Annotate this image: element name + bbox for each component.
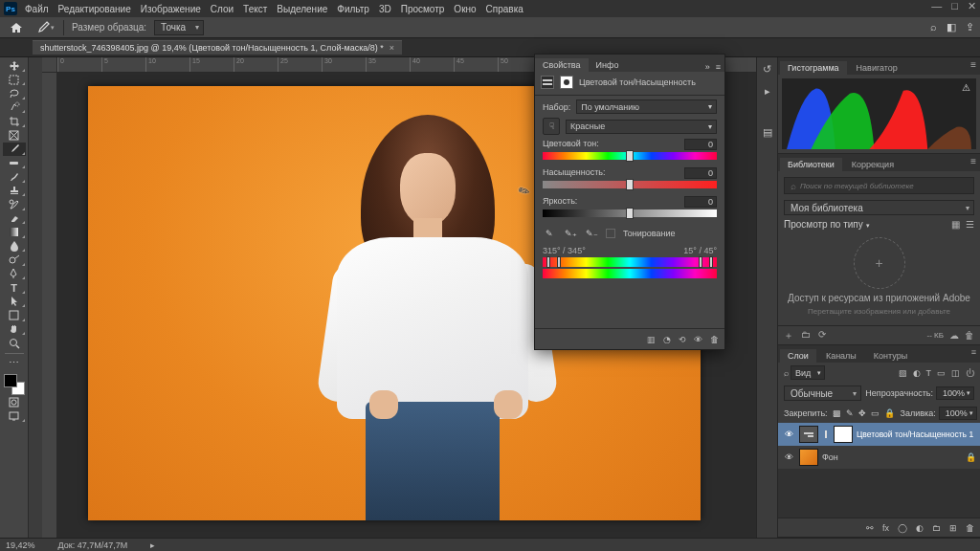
tab-navigator[interactable]: Навигатор bbox=[849, 61, 905, 75]
saturation-input[interactable]: 0 bbox=[684, 167, 717, 179]
menu-filter[interactable]: Фильтр bbox=[337, 4, 369, 14]
mask-icon[interactable]: ◯ bbox=[898, 523, 907, 533]
menu-view[interactable]: Просмотр bbox=[401, 4, 445, 14]
zoom-level[interactable]: 19,42% bbox=[6, 540, 35, 550]
toggle-visibility-icon[interactable]: 👁 bbox=[694, 335, 702, 344]
hue-slider[interactable] bbox=[543, 152, 717, 160]
workspace-icon[interactable]: ◧ bbox=[947, 21, 956, 33]
clip-icon[interactable]: ▥ bbox=[647, 335, 656, 344]
tool-stamp[interactable] bbox=[3, 185, 26, 198]
lock-pixels-icon[interactable]: ✎ bbox=[846, 408, 854, 418]
mask-thumb[interactable] bbox=[834, 426, 853, 443]
document-tab[interactable]: shutterstock_746398405.jpg @ 19,4% (Цвет… bbox=[33, 40, 402, 55]
lightness-slider[interactable] bbox=[543, 209, 717, 217]
panel-menu-icon[interactable]: ≡ bbox=[970, 59, 976, 70]
add-content-icon[interactable]: ＋ bbox=[784, 329, 793, 342]
lock-artboard-icon[interactable]: ▭ bbox=[871, 408, 880, 418]
library-dropzone[interactable]: + Доступ к ресурсам из приложений Adobe … bbox=[784, 230, 974, 323]
menu-edit[interactable]: Редактирование bbox=[58, 4, 131, 14]
tool-brush[interactable] bbox=[3, 170, 26, 184]
new-layer-icon[interactable]: ⊞ bbox=[949, 523, 957, 533]
tool-crop[interactable] bbox=[3, 115, 26, 128]
fx-icon[interactable]: fx bbox=[882, 523, 889, 533]
view-by-label[interactable]: Просмотр по типу ▾ bbox=[784, 219, 870, 230]
colorize-checkbox[interactable] bbox=[606, 229, 615, 238]
group-icon[interactable]: 🗀 bbox=[932, 523, 941, 533]
maximize-icon[interactable]: □ bbox=[951, 0, 958, 12]
close-tab-icon[interactable]: × bbox=[390, 43, 394, 53]
sample-size-select[interactable]: Точка bbox=[154, 20, 204, 35]
tool-marquee[interactable] bbox=[3, 74, 26, 87]
fill-input[interactable]: 100%▾ bbox=[939, 407, 977, 420]
screenmode-icon[interactable] bbox=[3, 410, 26, 424]
eyedropper-subtract-icon[interactable]: ✎₋ bbox=[585, 227, 598, 240]
library-search-input[interactable]: ⌕ Поиск по текущей библиотеке bbox=[784, 177, 974, 194]
menu-select[interactable]: Выделение bbox=[277, 4, 327, 14]
tab-libraries[interactable]: Библиотеки bbox=[780, 158, 842, 171]
layer-filter-select[interactable]: Вид bbox=[791, 365, 825, 380]
menu-window[interactable]: Окно bbox=[454, 4, 476, 14]
tool-edit-toolbar[interactable]: ⋯ bbox=[3, 357, 26, 370]
menu-text[interactable]: Текст bbox=[243, 4, 267, 14]
ruler-origin[interactable] bbox=[42, 57, 57, 73]
tool-quick-select[interactable] bbox=[3, 101, 26, 115]
panel-menu-icon[interactable]: ≡ bbox=[716, 62, 721, 72]
blend-mode-select[interactable]: Обычные bbox=[784, 386, 861, 401]
filter-text-icon[interactable]: T bbox=[926, 368, 932, 378]
home-icon[interactable] bbox=[6, 19, 27, 36]
share-icon[interactable]: ⇪ bbox=[966, 21, 974, 33]
visibility-icon[interactable]: 👁 bbox=[782, 452, 795, 462]
mask-mode-icon[interactable] bbox=[560, 76, 573, 89]
tool-eraser[interactable] bbox=[3, 212, 26, 226]
reset-icon[interactable]: ⟲ bbox=[679, 335, 686, 344]
link-layers-icon[interactable]: ⚯ bbox=[866, 523, 874, 533]
list-view-icon[interactable]: ☰ bbox=[966, 219, 974, 230]
tool-shape[interactable] bbox=[3, 309, 26, 322]
filter-shape-icon[interactable]: ▭ bbox=[937, 368, 946, 378]
link-icon[interactable] bbox=[822, 428, 830, 441]
menu-3d[interactable]: 3D bbox=[379, 4, 391, 14]
toolbar-grip[interactable] bbox=[29, 57, 42, 538]
warning-icon[interactable]: ⚠ bbox=[962, 82, 970, 93]
adjustment-icon[interactable]: ◐ bbox=[916, 523, 924, 533]
tab-histogram[interactable]: Гистограмма bbox=[780, 61, 847, 75]
tool-move[interactable] bbox=[3, 59, 26, 73]
visibility-icon[interactable]: 👁 bbox=[782, 430, 795, 439]
tool-gradient[interactable] bbox=[3, 226, 26, 239]
search-icon[interactable]: ⌕ bbox=[930, 21, 937, 33]
minimize-icon[interactable]: — bbox=[931, 0, 942, 12]
tool-lasso[interactable] bbox=[3, 87, 26, 100]
eyedropper-set-icon[interactable]: ✎ bbox=[543, 227, 556, 240]
close-icon[interactable]: ✕ bbox=[968, 0, 976, 12]
color-swatches[interactable] bbox=[4, 374, 25, 395]
doc-size[interactable]: Док: 47,7M/47,7M bbox=[58, 540, 128, 550]
eyedropper-add-icon[interactable]: ✎₊ bbox=[564, 227, 577, 240]
panel-menu-icon[interactable]: ≡ bbox=[971, 347, 976, 357]
eyedropper-tool-icon[interactable]: ▾ bbox=[34, 19, 56, 36]
collapse-icon[interactable]: » bbox=[705, 62, 710, 72]
menu-image[interactable]: Изображение bbox=[141, 4, 201, 14]
tab-paths[interactable]: Контуры bbox=[866, 349, 915, 363]
sync-icon[interactable]: ⟳ bbox=[818, 329, 826, 342]
cloud-icon[interactable]: ☁ bbox=[949, 330, 959, 341]
quickmask-icon[interactable] bbox=[3, 396, 26, 409]
delete-layer-icon[interactable]: 🗑 bbox=[966, 523, 974, 533]
lock-all-icon[interactable]: 🔒 bbox=[884, 408, 895, 418]
ruler-vertical[interactable] bbox=[42, 73, 57, 538]
channel-select[interactable]: Красные bbox=[566, 120, 717, 134]
panel-menu-icon[interactable]: ≡ bbox=[970, 156, 976, 166]
tab-channels[interactable]: Каналы bbox=[818, 349, 864, 363]
tool-pen[interactable] bbox=[3, 268, 26, 281]
lock-transparency-icon[interactable]: ▩ bbox=[833, 408, 841, 418]
lock-position-icon[interactable]: ✥ bbox=[858, 408, 866, 418]
trash-icon[interactable]: 🗑 bbox=[965, 330, 974, 341]
tool-zoom[interactable] bbox=[3, 337, 26, 350]
tool-history-brush[interactable] bbox=[3, 198, 26, 211]
tab-layers[interactable]: Слои bbox=[780, 349, 816, 363]
layer-thumb[interactable] bbox=[799, 449, 818, 466]
tool-heal[interactable] bbox=[3, 157, 26, 170]
menu-layers[interactable]: Слои bbox=[211, 4, 234, 14]
add-folder-icon[interactable]: 🗀 bbox=[801, 329, 811, 342]
layer-hue-saturation[interactable]: 👁 Цветовой тон/Насыщенность 1 bbox=[778, 423, 980, 446]
filter-adjust-icon[interactable]: ◐ bbox=[913, 368, 921, 378]
